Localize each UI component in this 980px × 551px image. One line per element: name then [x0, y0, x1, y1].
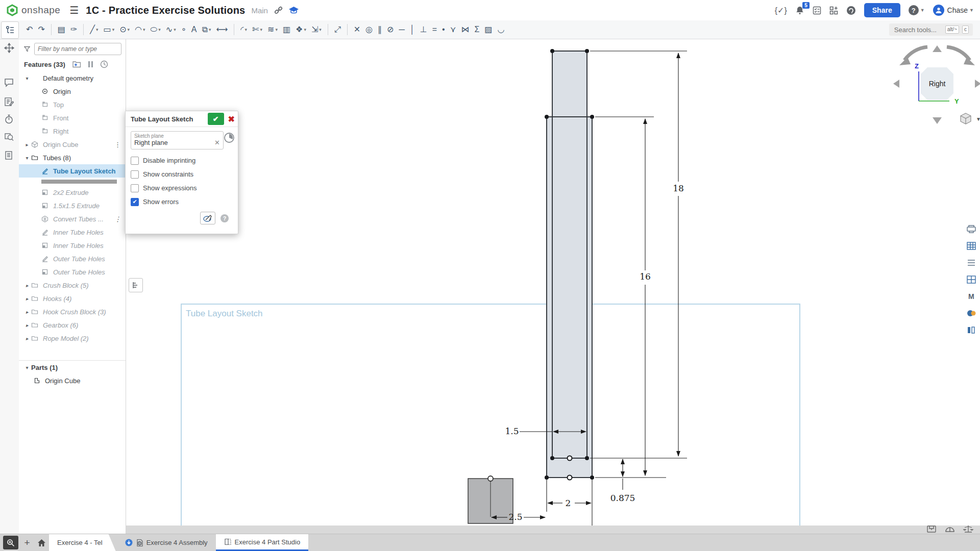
midpoint-tool[interactable]: • [440, 23, 447, 36]
canvas-feature-list-toggle[interactable] [129, 278, 143, 292]
checkbox-disable-imprinting[interactable]: ✔Disable imprinting [131, 154, 233, 167]
search-tools-input[interactable] [893, 26, 942, 34]
symmetric-tool[interactable]: ⋈ [459, 23, 471, 36]
apps-grid-icon[interactable] [829, 6, 838, 15]
tree-item-convert-tubes[interactable]: Convert Tubes ...⋮ [19, 212, 126, 226]
corner-rectangle-tool[interactable]: ▭▾ [102, 23, 117, 36]
spline-tool[interactable]: ∿▾ [164, 23, 178, 36]
style-tool[interactable]: ✑ [68, 23, 79, 36]
equal-tool[interactable]: = [430, 23, 439, 36]
center-point-circle-tool[interactable]: ⊙▾ [117, 23, 132, 36]
normal-tool[interactable]: ⋎ [448, 23, 458, 36]
rotate-down-arrow[interactable] [933, 117, 942, 124]
tab-exercise-4-assembly[interactable]: Exercise 4 Assembly [117, 534, 216, 551]
tree-item-1-5x1-5-extrude[interactable]: 1.5x1.5 Extrude [19, 199, 126, 212]
parts-header[interactable]: ▾ Parts (1) [19, 361, 126, 374]
rotate-left-arrow[interactable] [893, 80, 899, 88]
dialog-help-icon[interactable]: ? [220, 214, 229, 222]
tree-item-right[interactable]: Right [19, 124, 126, 138]
chevron-right-icon[interactable]: ▸ [23, 283, 31, 288]
sketch-plane-field[interactable]: Sketch plane Right plane ✕ [131, 131, 224, 149]
horizontal-tool[interactable]: ─ [397, 23, 406, 36]
tree-item-gearbox-6[interactable]: ▸Gearbox (6) [19, 318, 126, 332]
zoom-search-button[interactable] [3, 536, 18, 549]
tree-item-hook-crush-block-3[interactable]: ▸Hook Crush Block (3) [19, 305, 126, 318]
tree-item-default-geometry[interactable]: ▾Default geometry [19, 71, 126, 85]
learning-cap-icon[interactable] [289, 7, 299, 14]
checkbox-unchecked-icon[interactable]: ✔ [131, 184, 139, 192]
document-outline-icon[interactable] [4, 151, 15, 162]
confirm-button[interactable]: ✔ [208, 113, 224, 125]
rotate-right-arrow[interactable] [975, 80, 980, 88]
scale-balance-icon[interactable] [963, 524, 974, 534]
fix-tool[interactable]: ▨ [482, 23, 494, 36]
point-tool[interactable]: ∘ [179, 23, 188, 36]
tree-item-tube-layout-sketch[interactable]: Tube Layout Sketch [19, 164, 126, 178]
model-search-icon[interactable] [4, 132, 15, 143]
sketch-text-tool[interactable]: A [189, 23, 199, 36]
checkbox-show-errors[interactable]: ✔Show errors [131, 195, 233, 209]
tree-item-inner-tube-holes[interactable]: Inner Tube Holes [19, 239, 126, 252]
edit-notes-icon[interactable] [4, 97, 15, 108]
line-tool[interactable]: ╱▾ [88, 23, 100, 36]
curvature-tool[interactable]: ◡ [495, 23, 506, 36]
deferred-clock-icon[interactable] [224, 132, 235, 145]
checkbox-show-constraints[interactable]: ✔Show constraints [131, 167, 233, 181]
chevron-down-icon[interactable]: ▾ [23, 365, 31, 370]
chevron-down-icon[interactable]: ▾ [174, 27, 176, 32]
sketch-dialog-icon[interactable] [200, 212, 215, 224]
checkbox-checked-icon[interactable]: ✔ [131, 198, 139, 206]
tree-item-origin[interactable]: Origin [19, 85, 126, 98]
feature-list-toggle[interactable] [1, 21, 19, 39]
new-folder-icon[interactable] [72, 61, 81, 68]
tasks-checklist-icon[interactable] [813, 6, 821, 15]
rollback-bar[interactable] [19, 178, 126, 186]
suppress-pause-icon[interactable] [88, 61, 93, 67]
drag-handle-icon[interactable]: ⋮ [114, 215, 120, 223]
tree-item-outer-tube-holes[interactable]: Outer Tube Holes [19, 252, 126, 265]
chevron-down-icon[interactable]: ▾ [128, 27, 130, 32]
offset-tool[interactable]: ≋▾ [265, 23, 280, 36]
stopwatch-icon[interactable] [4, 114, 15, 126]
sketch-fillet-tool[interactable]: ◜▾ [238, 23, 249, 36]
chevron-right-icon[interactable]: ▸ [23, 309, 31, 315]
parallel-tool[interactable]: ∥ [376, 23, 384, 36]
tree-item-2x2-extrude[interactable]: 2x2 Extrude [19, 186, 126, 199]
chevron-right-icon[interactable]: ▸ [23, 142, 31, 147]
chevron-down-icon[interactable]: ▾ [319, 27, 322, 32]
view-options-cube-icon[interactable]: ▼ [961, 113, 980, 124]
chevron-down-icon[interactable]: ▾ [304, 27, 306, 32]
chevron-down-icon[interactable]: ▾ [143, 27, 145, 32]
trim-tool[interactable]: ✄▾ [250, 23, 264, 36]
filter-input[interactable] [34, 43, 121, 55]
coincident-tool[interactable]: ✕ [352, 23, 362, 36]
chevron-right-icon[interactable]: ▸ [23, 336, 31, 341]
chevron-down-icon[interactable]: ▾ [245, 27, 248, 32]
chevron-down-icon[interactable]: ▾ [209, 27, 211, 32]
onshape-logo[interactable]: onshape [6, 4, 60, 16]
share-button[interactable]: Share [864, 3, 900, 17]
insert-document-tool[interactable]: ▤ [56, 23, 67, 36]
drag-handle-icon[interactable]: ⋮ [114, 141, 120, 148]
account-menu[interactable]: Chase ▼ [933, 5, 974, 16]
three-point-arc-tool[interactable]: ◠▾ [133, 23, 148, 36]
tree-item-outer-tube-holes[interactable]: Outer Tube Holes [19, 265, 126, 279]
chevron-right-icon[interactable]: ▸ [23, 322, 31, 328]
learning-center-icon[interactable] [846, 6, 856, 15]
plotter-icon[interactable] [966, 223, 977, 235]
chevron-down-icon[interactable]: ▾ [23, 155, 31, 161]
chevron-down-icon[interactable]: ▾ [112, 27, 115, 32]
import-dxf-tool[interactable]: ⇲▾ [309, 23, 324, 36]
transform-tool[interactable]: ⤢ [332, 23, 343, 36]
versions-check-icon[interactable]: {✓} [775, 6, 787, 15]
tree-item-hooks-4[interactable]: ▸Hooks (4) [19, 292, 126, 305]
printer-3d-icon[interactable] [926, 524, 937, 534]
circular-pattern-tool[interactable]: ❖▾ [293, 23, 308, 36]
chevron-right-icon[interactable]: ▸ [23, 296, 31, 302]
ellipse-tool[interactable]: ⬭▾ [149, 23, 163, 36]
tangent-tool[interactable]: ⊘ [385, 23, 396, 36]
use-project-tool[interactable]: ⧉▾ [200, 23, 213, 36]
comments-icon[interactable] [4, 78, 15, 89]
chevron-down-icon[interactable]: ▾ [23, 76, 31, 81]
vertical-tool[interactable]: │ [408, 23, 417, 36]
